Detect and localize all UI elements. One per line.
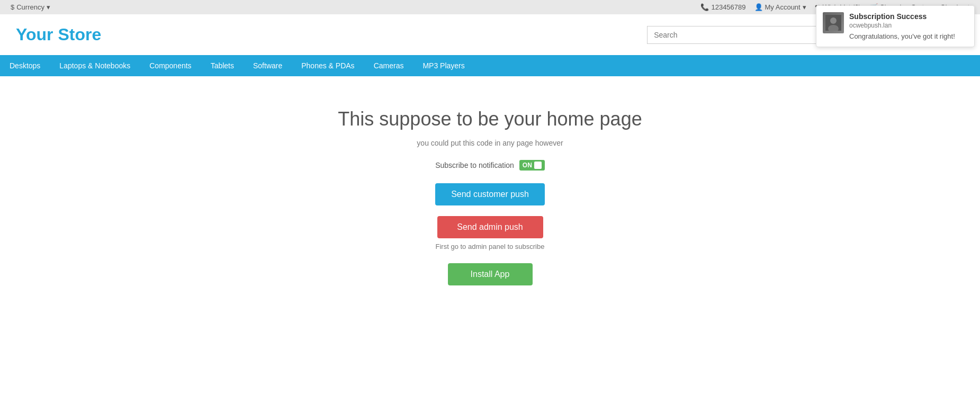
- currency-selector[interactable]: $ Currency ▾: [11, 3, 50, 11]
- nav-item-software[interactable]: Software: [244, 55, 292, 76]
- nav-item-desktops[interactable]: Desktops: [0, 55, 50, 76]
- account-icon: 👤: [754, 3, 763, 11]
- notification-body: Subscription Success ocwebpush.lan Congr…: [849, 12, 955, 40]
- phone-link[interactable]: 📞 123456789: [700, 3, 745, 11]
- my-account-label: My Account: [765, 3, 801, 11]
- nav-item-components[interactable]: Components: [140, 55, 201, 76]
- notification-popup: Subscription Success ocwebpush.lan Congr…: [816, 5, 975, 47]
- search-input[interactable]: [647, 26, 834, 44]
- nav-item-phones[interactable]: Phones & PDAs: [292, 55, 364, 76]
- currency-label: Currency: [16, 3, 44, 11]
- phone-icon: 📞: [700, 3, 709, 11]
- subscribe-row: Subscribe to notification ON: [11, 160, 969, 171]
- store-logo[interactable]: Your Store: [16, 25, 101, 44]
- toggle-label: ON: [523, 162, 532, 169]
- nav-item-laptops[interactable]: Laptops & Notebooks: [50, 55, 140, 76]
- notification-title: Subscription Success: [849, 12, 955, 21]
- send-customer-push-button[interactable]: Send customer push: [435, 183, 545, 205]
- nav-item-mp3[interactable]: MP3 Players: [413, 55, 474, 76]
- toggle-knob: [534, 162, 542, 169]
- subscribe-label: Subscribe to notification: [435, 161, 514, 169]
- avatar-image: [823, 12, 844, 33]
- phone-number: 123456789: [711, 3, 745, 11]
- send-admin-push-button[interactable]: Send admin push: [437, 216, 543, 238]
- account-dropdown-icon: ▾: [803, 3, 806, 11]
- page-subtitle: you could put this code in any page howe…: [11, 139, 969, 147]
- notification-domain: ocwebpush.lan: [849, 22, 955, 29]
- main-nav: Desktops Laptops & Notebooks Components …: [0, 55, 980, 76]
- svg-point-1: [830, 17, 837, 24]
- page-title: This suppose to be your home page: [11, 108, 969, 130]
- main-content: This suppose to be your home page you co…: [0, 76, 980, 328]
- install-app-button[interactable]: Install App: [448, 263, 533, 285]
- notification-avatar: [823, 12, 844, 33]
- currency-symbol: $: [11, 3, 14, 11]
- nav-item-cameras[interactable]: Cameras: [364, 55, 413, 76]
- notification-message: Congratulations, you've got it right!: [849, 32, 955, 40]
- admin-hint: First go to admin panel to subscribe: [11, 243, 969, 250]
- currency-dropdown-icon: ▾: [47, 3, 50, 11]
- subscribe-toggle[interactable]: ON: [519, 160, 545, 171]
- nav-item-tablets[interactable]: Tablets: [201, 55, 244, 76]
- avatar-icon: [825, 15, 841, 31]
- my-account-link[interactable]: 👤 My Account ▾: [754, 3, 806, 11]
